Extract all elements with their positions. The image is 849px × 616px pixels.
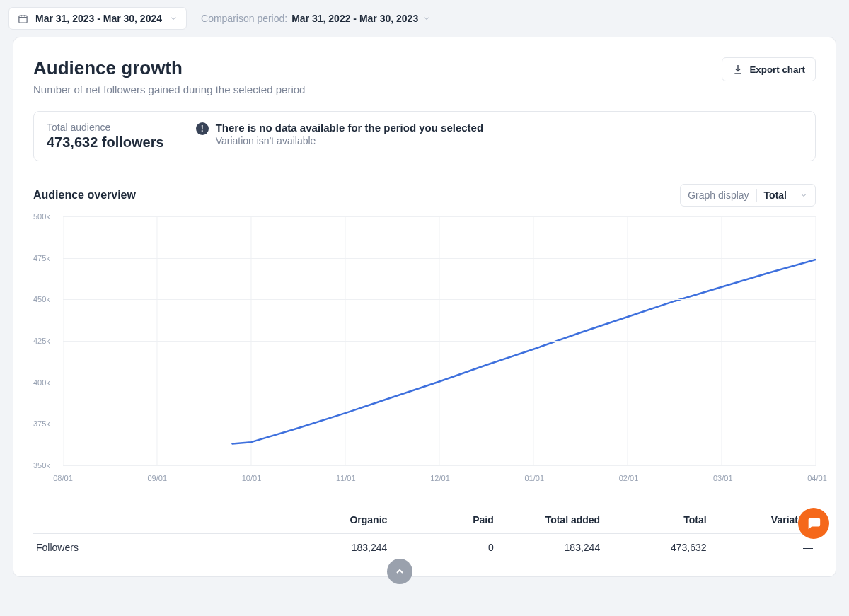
- x-tick-label: 02/01: [619, 474, 639, 482]
- date-range-picker[interactable]: Mar 31, 2023 - Mar 30, 2024: [8, 7, 187, 30]
- y-tick-label: 450k: [33, 295, 50, 303]
- comparison-period-picker[interactable]: Comparison period: Mar 31, 2022 - Mar 30…: [201, 13, 431, 24]
- comparison-value: Mar 31, 2022 - Mar 30, 2023: [291, 13, 418, 24]
- date-range-value: Mar 31, 2023 - Mar 30, 2024: [35, 13, 162, 24]
- gridline: [63, 299, 816, 300]
- nodata-sub: Variation isn't available: [216, 135, 483, 146]
- table-header: Organic: [281, 514, 387, 525]
- y-tick-label: 375k: [33, 419, 50, 428]
- y-tick-label: 475k: [33, 254, 50, 262]
- graph-display-value: Total: [757, 190, 799, 201]
- table-header: Paid: [387, 514, 493, 525]
- x-tick-label: 03/01: [713, 474, 733, 482]
- y-tick-label: 350k: [33, 461, 50, 470]
- x-tick-label: 04/01: [807, 474, 827, 482]
- gridline: [63, 383, 816, 383]
- table-cell: Followers: [36, 542, 281, 553]
- download-icon: [732, 64, 744, 75]
- table-cell: 473,632: [600, 542, 706, 553]
- graph-display-label: Graph display: [688, 190, 756, 201]
- x-tick-label: 08/01: [53, 474, 73, 482]
- x-tick-label: 01/01: [524, 474, 544, 482]
- calendar-icon: [18, 13, 28, 24]
- table-row: Followers183,2440183,244473,632—: [33, 533, 816, 561]
- gridline: [63, 465, 816, 466]
- chart-series-line: [232, 260, 816, 443]
- table-cell: 183,244: [494, 542, 600, 553]
- x-tick-label: 11/01: [336, 474, 356, 482]
- svg-rect-0: [19, 16, 27, 23]
- chevron-down-icon: [169, 14, 178, 23]
- audience-line-chart: 08/0109/0110/0111/0112/0101/0102/0103/01…: [33, 216, 816, 485]
- y-tick-label: 425k: [33, 337, 50, 345]
- chevron-down-icon: [799, 191, 808, 199]
- x-tick-label: 12/01: [430, 474, 450, 482]
- summary-box: Total audience 473,632 followers ! There…: [33, 111, 816, 161]
- export-chart-label: Export chart: [749, 64, 805, 75]
- table-header: Total added: [494, 514, 600, 525]
- gridline: [63, 258, 816, 259]
- nodata-title: There is no data available for the perio…: [216, 122, 483, 134]
- chevron-down-icon: [422, 14, 431, 23]
- total-audience: Total audience 473,632 followers: [47, 122, 180, 151]
- table-cell: 183,244: [281, 542, 387, 553]
- x-tick-label: 10/01: [242, 474, 262, 482]
- table-header: Variation: [707, 514, 813, 525]
- audience-growth-card: Audience growth Number of net followers …: [13, 37, 836, 577]
- chat-widget-button[interactable]: [798, 508, 829, 539]
- page-subtitle: Number of net followers gained during th…: [33, 83, 305, 95]
- table-header: Total: [600, 514, 706, 525]
- y-tick-label: 500k: [33, 212, 50, 221]
- info-icon: !: [196, 122, 209, 135]
- gridline: [63, 424, 816, 424]
- comparison-label: Comparison period:: [201, 13, 287, 24]
- graph-display-select[interactable]: Graph display Total: [680, 184, 816, 207]
- gridline: [63, 341, 816, 342]
- total-audience-value: 473,632 followers: [47, 134, 164, 151]
- x-tick-label: 09/01: [147, 474, 167, 482]
- table-cell: 0: [387, 542, 493, 553]
- overview-title: Audience overview: [33, 189, 136, 202]
- scroll-to-top-button[interactable]: [387, 559, 412, 584]
- table-cell: —: [707, 542, 813, 553]
- followers-table: OrganicPaidTotal addedTotalVariation Fol…: [33, 506, 816, 561]
- gridline: [63, 216, 816, 217]
- y-tick-label: 400k: [33, 378, 50, 387]
- export-chart-button[interactable]: Export chart: [722, 57, 816, 81]
- total-audience-label: Total audience: [47, 122, 164, 133]
- page-title: Audience growth: [33, 57, 305, 79]
